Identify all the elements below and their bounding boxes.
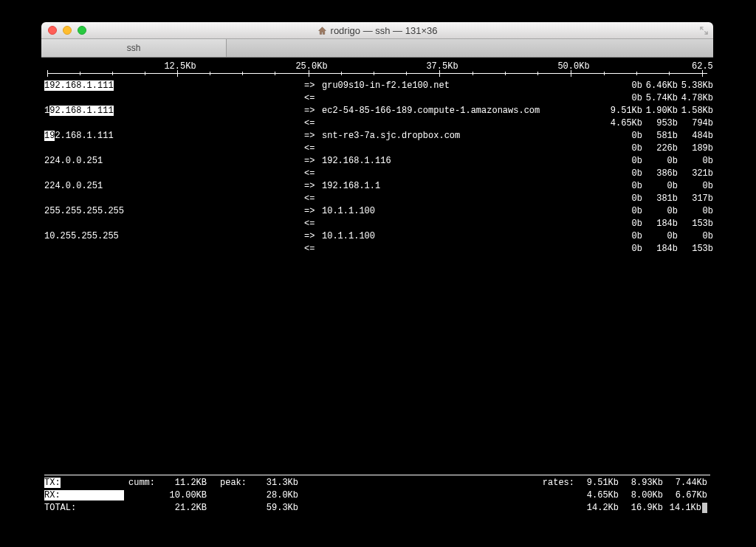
total-cumm: 21.2KB <box>158 502 210 515</box>
connection-row-in: <=0b184b153b <box>44 218 710 230</box>
rate-col-3: 153b <box>681 243 713 255</box>
scale-label-5: 62.5Kb <box>692 61 713 73</box>
arrow-in-icon: <= <box>304 117 322 130</box>
rate-col-3: 0b <box>681 180 713 193</box>
rate-col-3: 0b <box>681 205 713 218</box>
rate-col-1: 0b <box>610 168 645 180</box>
arrow-out-icon: => <box>304 230 322 243</box>
rate-col-1: 0b <box>610 205 645 218</box>
rate-col-3: 1.58Kb <box>681 105 713 117</box>
rate-col-1: 4.65Kb <box>610 117 645 130</box>
arrow-out-icon: => <box>304 180 322 193</box>
tx-cumm: 11.2KB <box>158 477 210 489</box>
tx-peak: 31.3Kb <box>250 477 301 489</box>
arrow-out-icon: => <box>304 105 322 117</box>
connection-row-in: <=0b226b189b <box>44 142 710 155</box>
peak-label: peak: <box>210 477 250 489</box>
minimize-button[interactable] <box>63 26 72 35</box>
total-label: TOTAL: <box>44 502 118 515</box>
rx-rate-2: 8.00Kb <box>622 489 666 502</box>
arrow-in-icon: <= <box>304 142 322 155</box>
rate-col-1: 0b <box>610 180 645 193</box>
rate-col-1: 0b <box>610 130 645 142</box>
rate-col-2: 184b <box>645 218 681 230</box>
rate-col-1: 9.51Kb <box>610 105 645 117</box>
rate-col-3: 0b <box>681 230 713 243</box>
arrow-out-icon: => <box>304 80 322 92</box>
rate-col-2: 0b <box>645 205 681 218</box>
tx-rate-3: 7.44Kb <box>666 477 710 489</box>
scale-label-2: 25.0Kb <box>295 61 327 73</box>
tx-rate-2: 8.93Kb <box>622 477 666 489</box>
rate-col-1: 0b <box>610 243 645 255</box>
connection-row-in: <=0b5.74Kb4.78Kb <box>44 92 710 105</box>
bandwidth-scale: 12.5Kb 25.0Kb 37.5Kb 50.0Kb 62.5Kb <box>44 61 710 78</box>
connections-list: 192.168.1.111=>gru09s10-in-f2.1e100.net0… <box>44 80 710 255</box>
rate-col-3: 5.38Kb <box>681 80 713 92</box>
rate-col-2: 381b <box>645 193 681 205</box>
terminal-cursor <box>702 503 707 513</box>
arrow-out-icon: => <box>304 205 322 218</box>
tab-ssh[interactable]: ssh <box>41 39 227 57</box>
rx-peak: 28.0Kb <box>250 489 301 502</box>
src-host: 10.255.255.255 <box>44 230 304 243</box>
total-rate-3: 14.1Kb <box>666 502 710 515</box>
rate-col-2: 386b <box>645 168 681 180</box>
rate-col-2: 0b <box>645 180 681 193</box>
footer-summary: TX: cumm: 11.2KB peak: 31.3Kb rates: 9.5… <box>44 475 710 515</box>
rate-col-1: 0b <box>610 142 645 155</box>
arrow-in-icon: <= <box>304 218 322 230</box>
traffic-lights <box>48 26 86 35</box>
total-peak: 59.3Kb <box>250 502 301 515</box>
src-host: 255.255.255.255 <box>44 205 304 218</box>
zoom-button[interactable] <box>78 26 86 35</box>
src-host: 192.168.1.111 <box>44 130 304 142</box>
rx-label: RX: <box>44 489 118 502</box>
arrow-in-icon: <= <box>304 193 322 205</box>
terminal-content[interactable]: 12.5Kb 25.0Kb 37.5Kb 50.0Kb 62.5Kb 192.1… <box>41 58 713 519</box>
rate-col-2: 1.90Kb <box>645 105 681 117</box>
rate-col-3: 153b <box>681 218 713 230</box>
connection-row-in: <=0b386b321b <box>44 168 710 180</box>
fullscreen-button[interactable] <box>698 25 709 35</box>
rate-col-3: 189b <box>681 142 713 155</box>
rate-col-1: 0b <box>610 155 645 168</box>
dst-host: 192.168.1.1 <box>322 180 610 193</box>
terminal-window: rodrigo — ssh — 131×36 ssh 12.5Kb 25.0Kb <box>41 22 713 519</box>
scale-label-4: 50.0Kb <box>557 61 589 73</box>
rate-col-1: 0b <box>610 193 645 205</box>
connection-row-out: 192.168.1.111=>ec2-54-85-166-189.compute… <box>44 105 710 117</box>
rx-cumm: 10.00KB <box>158 489 210 502</box>
dst-host: 192.168.1.116 <box>322 155 610 168</box>
rate-col-1: 0b <box>610 80 645 92</box>
connection-row-in: <=0b184b153b <box>44 243 710 255</box>
rate-col-3: 321b <box>681 168 713 180</box>
arrow-in-icon: <= <box>304 243 322 255</box>
rate-col-2: 0b <box>645 230 681 243</box>
titlebar[interactable]: rodrigo — ssh — 131×36 <box>41 22 713 39</box>
dst-host: snt-re3-7a.sjc.dropbox.com <box>322 130 610 142</box>
rate-col-2: 5.74Kb <box>645 92 681 105</box>
arrow-out-icon: => <box>304 155 322 168</box>
dst-host: 10.1.1.100 <box>322 205 610 218</box>
rate-col-3: 4.78Kb <box>681 92 713 105</box>
rate-col-3: 0b <box>681 155 713 168</box>
rate-col-3: 484b <box>681 130 713 142</box>
arrow-in-icon: <= <box>304 168 322 180</box>
connection-row-out: 224.0.0.251=>192.168.1.1160b0b0b <box>44 155 710 168</box>
connection-row-in: <=0b381b317b <box>44 193 710 205</box>
rx-rate-1: 4.65Kb <box>577 489 622 502</box>
connection-row-out: 224.0.0.251=>192.168.1.10b0b0b <box>44 180 710 193</box>
src-host: 224.0.0.251 <box>44 180 304 193</box>
tab-bar: ssh <box>41 39 713 58</box>
rate-col-2: 581b <box>645 130 681 142</box>
close-button[interactable] <box>48 26 57 35</box>
src-host: 224.0.0.251 <box>44 155 304 168</box>
connection-row-out: 10.255.255.255=>10.1.1.1000b0b0b <box>44 230 710 243</box>
rate-col-2: 184b <box>645 243 681 255</box>
rate-col-1: 0b <box>610 218 645 230</box>
dst-host: ec2-54-85-166-189.compute-1.amazonaws.co… <box>322 105 610 117</box>
rate-col-2: 953b <box>645 117 681 130</box>
rate-col-3: 317b <box>681 193 713 205</box>
tx-rate-1: 9.51Kb <box>577 477 622 489</box>
